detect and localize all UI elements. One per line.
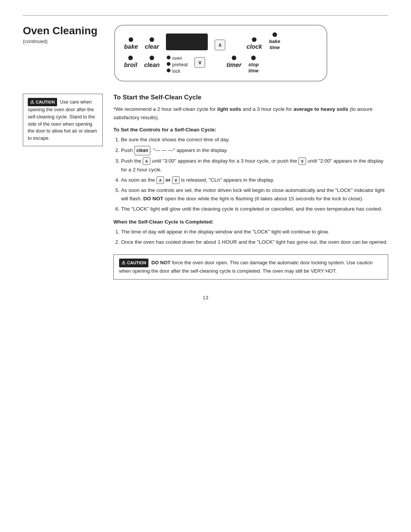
clock-dot [252, 37, 256, 42]
stop-time-dot [251, 56, 256, 60]
step-4: As soon as the ∧ or ∨ is released, "CLn"… [121, 176, 388, 185]
intro-paragraph: *We recommend a 2 hour self-clean cycle … [113, 105, 388, 121]
down-arrow-icon: ∨ [194, 57, 205, 68]
continued-label: (continued) [23, 38, 99, 44]
broil-button-panel: broil [124, 56, 137, 69]
clock-label: clock [247, 43, 262, 50]
caution-box-left: ⚠ CAUTION Use care when opening the oven… [23, 94, 103, 146]
left-column: ⚠ CAUTION Use care when opening the oven… [23, 94, 103, 280]
caution-do-not: DO NOT [151, 260, 171, 265]
caution-label-bottom: ⚠ CAUTION [119, 259, 148, 267]
step-2: Push clean. "— — —" appears in the displ… [121, 146, 388, 155]
step-5-text: As soon as the controls are set, the mot… [121, 187, 384, 202]
up-arrow-inline: ∧ [143, 157, 150, 165]
intro-text-start: *We recommend a 2 hour self-clean cycle … [113, 106, 217, 112]
step2-2-text: Once the oven has cooled down for about … [121, 239, 388, 245]
clear-dot [150, 37, 154, 42]
bake-time-label: baketime [269, 38, 280, 50]
down-arrow-button: ∨ [194, 57, 205, 68]
step-6-text: The "LOCK" light will glow until the cle… [121, 206, 382, 212]
bake-label: bake [124, 43, 138, 50]
up-arrow-button: ∧ [215, 40, 225, 50]
down-arrow-inline: ∨ [298, 157, 306, 165]
display-box [166, 34, 208, 50]
subsection1-title: To Set the Controls for a Self-Clean Cyc… [113, 127, 388, 133]
bake-time-dot [272, 32, 277, 37]
step2-2: Once the oven has cooled down for about … [121, 238, 388, 247]
steps-list-1: Be sure the clock shows the correct time… [113, 136, 388, 214]
caution-box-bottom: ⚠ CAUTION DO NOT force the oven door ope… [113, 254, 388, 280]
clean-label: clean [144, 62, 160, 69]
clear-label: clear [145, 43, 159, 50]
bake-dot [129, 37, 133, 42]
bake-button-panel: bake [124, 37, 138, 50]
down-arrow-inline-2: ∨ [172, 176, 180, 184]
step-6: The "LOCK" light will glow until the cle… [121, 205, 388, 214]
preheat-label: preheat [172, 62, 188, 67]
clock-button-panel: clock [247, 37, 262, 50]
page-header: Oven Cleaning (continued) bake clear ∧ [23, 25, 388, 81]
section-title: To Start the Self-Clean Cycle [113, 94, 388, 101]
stop-time-button-panel: stoptime [248, 56, 258, 73]
step2-1-text: The time of day will appear in the displ… [121, 229, 329, 235]
lock-indicator: lock [167, 69, 188, 74]
timer-label: timer [226, 62, 241, 69]
step-4-text: As soon as the ∧ or ∨ is released, "CLn"… [121, 177, 274, 183]
broil-dot [128, 56, 133, 60]
up-arrow-icon: ∧ [215, 40, 225, 50]
intro-mid: and a 3 hour cycle for [241, 106, 293, 112]
page-number: 13 [23, 295, 388, 300]
page-title: Oven Cleaning [23, 25, 99, 37]
lock-label: lock [172, 69, 180, 74]
oven-label: oven [172, 56, 182, 61]
intro-bold2: average to heavy soils [293, 106, 348, 112]
intro-bold1: light soils [217, 106, 241, 112]
control-panel-diagram: bake clear ∧ clock [114, 25, 327, 81]
right-column: To Start the Self-Clean Cycle *We recomm… [113, 94, 388, 280]
step-1-text: Be sure the clock shows the correct time… [121, 137, 230, 142]
step-3-text: Push the ∧ until "3:00" appears in the d… [121, 158, 384, 173]
step-3: Push the ∧ until "3:00" appears in the d… [121, 157, 388, 174]
step-5: As soon as the controls are set, the mot… [121, 186, 388, 204]
clean-inline-btn: clean [134, 146, 151, 155]
caution-label-left: ⚠ CAUTION [28, 98, 57, 106]
subsection2-title: When the Self-Clean Cycle is Completed: [113, 219, 388, 225]
top-rule [23, 15, 388, 16]
step-1: Be sure the clock shows the correct time… [121, 136, 388, 144]
title-block: Oven Cleaning (continued) [23, 25, 99, 44]
bake-time-button-panel: baketime [269, 32, 280, 50]
main-content: ⚠ CAUTION Use care when opening the oven… [23, 94, 388, 280]
oven-dot [167, 56, 170, 59]
lock-dot [167, 69, 170, 72]
oven-indicator: oven [167, 56, 188, 61]
oven-indicators: oven preheat lock [167, 56, 188, 74]
preheat-dot [167, 62, 170, 66]
broil-label: broil [124, 62, 137, 69]
caution-triangle-left: ⚠ [30, 99, 34, 105]
timer-dot [232, 56, 236, 60]
up-arrow-inline-2: ∧ [156, 176, 164, 184]
timer-button-panel: timer [226, 56, 241, 69]
clean-dot [150, 56, 154, 60]
caution-triangle-bottom: ⚠ [121, 259, 126, 267]
step-2-text: Push clean. "— — —" appears in the displ… [121, 147, 228, 153]
stop-time-label: stoptime [248, 62, 258, 73]
step2-1: The time of day will appear in the displ… [121, 228, 388, 236]
clean-button-panel: clean [144, 56, 160, 69]
clear-button-panel: clear [145, 37, 159, 50]
preheat-indicator: preheat [167, 62, 188, 67]
display-screen [166, 34, 208, 50]
steps-list-2: The time of day will appear in the displ… [113, 228, 388, 247]
